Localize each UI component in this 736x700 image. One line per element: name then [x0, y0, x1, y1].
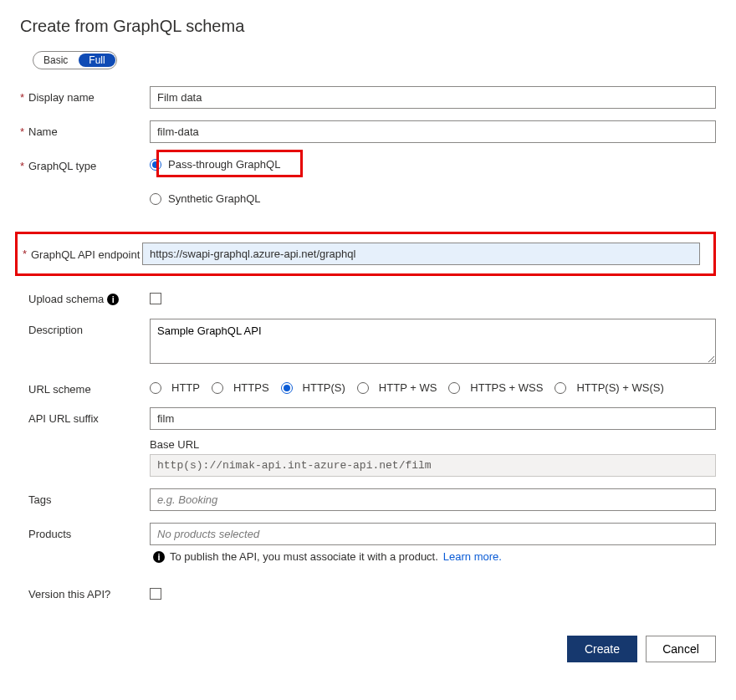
required-marker: *	[20, 91, 28, 104]
required-marker: *	[20, 125, 28, 138]
graphql-type-label: GraphQL type	[28, 160, 96, 172]
radio-icon	[555, 382, 566, 394]
name-input[interactable]	[150, 120, 716, 143]
publish-info-text: To publish the API, you must associate i…	[170, 550, 438, 563]
description-label: Description	[28, 324, 83, 336]
display-name-input[interactable]	[150, 86, 716, 109]
learn-more-link[interactable]: Learn more.	[443, 550, 502, 563]
url-scheme-https-wss[interactable]: HTTPS + WSS	[448, 381, 543, 394]
info-icon[interactable]: i	[107, 294, 119, 305]
url-scheme-label: URL scheme	[28, 383, 91, 396]
products-label: Products	[28, 528, 71, 540]
highlight-box	[156, 150, 303, 177]
cancel-button[interactable]: Cancel	[646, 636, 716, 662]
endpoint-label: GraphQL API endpoint	[31, 248, 140, 263]
radio-icon	[448, 382, 460, 394]
url-scheme-http-s-ws-s[interactable]: HTTP(S) + WS(S)	[555, 381, 663, 394]
url-scheme-http-s[interactable]: HTTP(S)	[281, 381, 345, 394]
radio-icon	[357, 382, 369, 394]
highlight-box-endpoint: * GraphQL API endpoint	[15, 232, 716, 276]
description-textarea[interactable]: Sample GraphQL API	[150, 319, 716, 364]
radio-icon	[212, 382, 223, 394]
radio-synthetic-graphql[interactable]: Synthetic GraphQL	[150, 189, 716, 208]
required-marker: *	[23, 248, 31, 260]
required-marker: *	[20, 160, 28, 172]
toggle-full[interactable]: Full	[79, 54, 115, 67]
radio-icon	[281, 382, 293, 394]
upload-schema-checkbox[interactable]	[150, 293, 161, 304]
url-scheme-http-ws[interactable]: HTTP + WS	[357, 381, 437, 394]
basic-full-toggle[interactable]: Basic Full	[33, 51, 117, 69]
radio-icon	[150, 193, 161, 205]
tags-input[interactable]	[150, 488, 716, 511]
url-scheme-http[interactable]: HTTP	[150, 381, 200, 394]
url-scheme-https[interactable]: HTTPS	[212, 381, 269, 394]
upload-schema-label: Upload schema	[28, 293, 104, 305]
api-url-suffix-input[interactable]	[150, 407, 716, 430]
version-api-checkbox[interactable]	[150, 588, 161, 600]
display-name-label: Display name	[28, 91, 95, 104]
info-icon: i	[153, 551, 165, 563]
base-url-value: http(s)://nimak-api.int-azure-api.net/fi…	[150, 454, 716, 477]
tags-label: Tags	[28, 493, 51, 506]
version-api-label: Version this API?	[28, 588, 110, 600]
base-url-label: Base URL	[150, 438, 716, 451]
radio-synthetic-label: Synthetic GraphQL	[168, 192, 261, 205]
create-button[interactable]: Create	[567, 636, 637, 662]
api-url-suffix-label: API URL suffix	[28, 412, 99, 425]
products-input[interactable]	[150, 523, 716, 545]
toggle-basic[interactable]: Basic	[33, 53, 78, 68]
radio-icon	[150, 382, 161, 394]
name-label: Name	[28, 125, 58, 138]
page-title: Create from GraphQL schema	[20, 17, 716, 36]
graphql-endpoint-input[interactable]	[142, 243, 700, 265]
